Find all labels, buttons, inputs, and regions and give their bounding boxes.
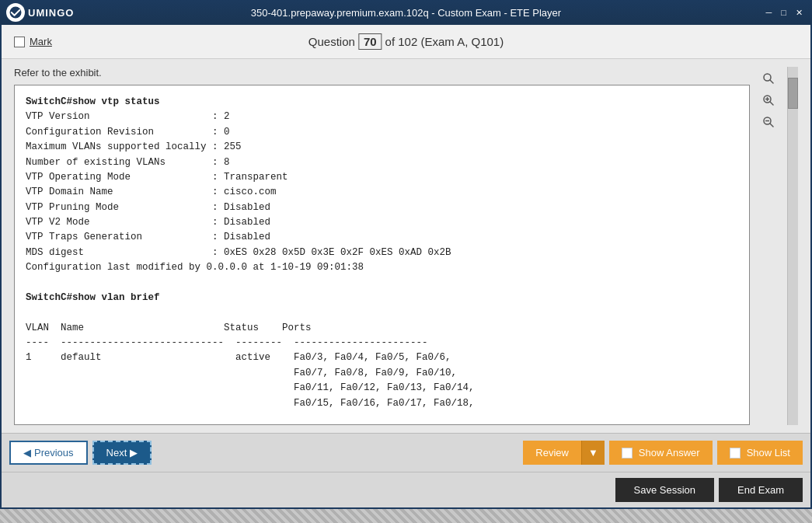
logo-icon [6,3,25,22]
review-button[interactable]: Review [523,441,581,465]
bottom-actions: Save Session End Exam [2,472,810,507]
exhibit-line: SwitchC#show vtp status [26,95,738,110]
next-button[interactable]: Next ▶ [92,441,152,465]
exhibit-line: MDS digest : 0xES 0x28 0x5D 0x3E 0x2F 0x… [26,246,738,260]
exhibit-line [26,276,738,291]
title-bar-title: 350-401.prepaway.premium.exam.102q - Cus… [251,7,561,19]
maximize-button[interactable]: □ [778,9,789,17]
app-container: Mark Question 70 of 102 (Exam A, Q101) R… [0,25,812,509]
close-button[interactable]: ✕ [793,9,806,17]
show-answer-checkbox [622,448,633,458]
exhibit-line: VTP Version : 2 [26,110,738,124]
question-total: of 102 (Exam A, Q101) [385,35,504,48]
next-arrow-icon: ▶ [130,447,138,458]
bottom-nav: ◀ Previous Next ▶ Review ▼ Show Answer S… [2,433,810,472]
exhibit-line: VTP Domain Name : cisco.com [26,185,738,200]
exhibit-line: VTP Operating Mode : Transparent [26,170,738,185]
svg-line-8 [770,124,773,127]
content-area: Refer to the exhibit. SwitchC#show vtp s… [2,59,810,433]
mark-container[interactable]: Mark [14,36,52,47]
question-info: Question 70 of 102 (Exam A, Q101) [308,33,504,50]
zoom-out-icon[interactable] [760,113,777,131]
next-label: Next [106,447,127,458]
mark-label[interactable]: Mark [30,36,52,47]
title-bar-left: UMINGO [6,3,74,22]
exhibit-line: Fa0/15, Fa0/16, Fa0/17, Fa0/18, [26,396,738,411]
refer-text: Refer to the exhibit. [14,67,750,78]
exhibit-line: ---- ---------------------------- ------… [26,336,738,350]
review-btn-group: Review ▼ [523,441,605,465]
mark-checkbox[interactable] [14,37,25,47]
exhibit-line: SwitchC#show vlan brief [26,291,738,305]
search-icon[interactable] [760,70,777,87]
previous-label: Previous [34,447,74,458]
previous-arrow-icon: ◀ [23,447,31,458]
question-number: 70 [358,33,382,50]
show-list-label: Show List [747,447,790,458]
exhibit-line: VLAN Name Status Ports [26,321,738,336]
exhibit-line: Maximum VLANs supported locally : 255 [26,140,738,155]
review-dropdown-button[interactable]: ▼ [581,441,605,465]
zoom-in-icon[interactable] [760,92,777,109]
show-list-checkbox [730,448,741,458]
header-bar: Mark Question 70 of 102 (Exam A, Q101) [2,25,810,59]
window-controls[interactable]: ─ □ ✕ [763,9,806,17]
save-session-button[interactable]: Save Session [615,478,715,502]
exhibit-line: 1 default active Fa0/3, Fa0/4, Fa0/5, Fa… [26,350,738,365]
main-content: Refer to the exhibit. SwitchC#show vtp s… [14,67,750,425]
end-exam-button[interactable]: End Exam [719,478,803,502]
minimize-button[interactable]: ─ [763,9,775,17]
exhibit-box: SwitchC#show vtp statusVTP Version : 2Co… [14,85,750,425]
exhibit-line: VTP V2 Mode : Disabled [26,215,738,230]
title-bar: UMINGO 350-401.prepaway.premium.exam.102… [0,0,812,25]
scroll-track[interactable] [787,67,798,425]
logo-text: UMINGO [28,7,74,19]
show-answer-button[interactable]: Show Answer [609,441,713,465]
scroll-thumb[interactable] [788,78,798,109]
exhibit-line: Configuration last modified by 0.0.0.0 a… [26,260,738,275]
stripe-bottom [0,509,812,523]
exhibit-line: VTP Pruning Mode : Disabled [26,200,738,215]
exhibit-line: Number of existing VLANs : 8 [26,155,738,170]
exhibit-line: Fa0/7, Fa0/8, Fa0/9, Fa0/10, [26,366,738,381]
exhibit-line [26,305,738,320]
question-label: Question [308,35,355,48]
sidebar-icons [758,67,779,425]
logo: UMINGO [6,3,74,22]
svg-line-2 [770,80,773,83]
exhibit-line: Fa0/11, Fa0/12, Fa0/13, Fa0/14, [26,381,738,396]
exhibit-line: VTP Traps Generation : Disabled [26,230,738,245]
svg-line-4 [770,102,773,105]
show-answer-label: Show Answer [639,447,700,458]
exhibit-line: Configuration Revision : 0 [26,125,738,140]
show-list-button[interactable]: Show List [717,441,803,465]
previous-button[interactable]: ◀ Previous [9,441,88,465]
